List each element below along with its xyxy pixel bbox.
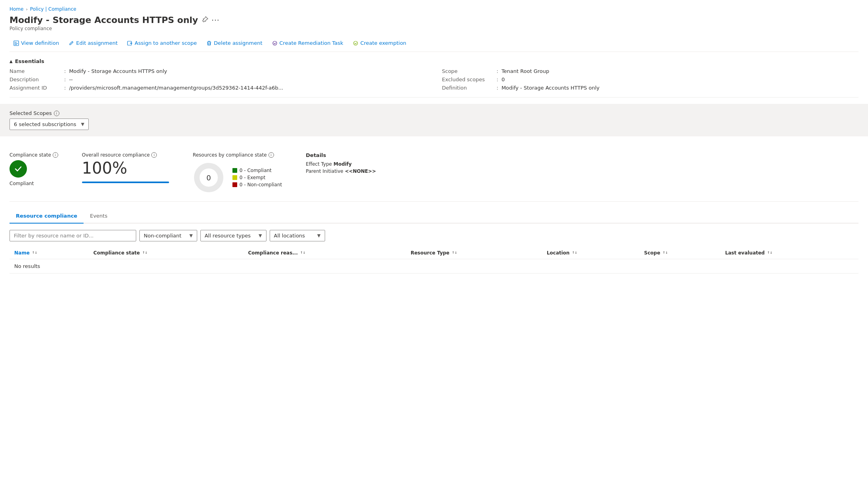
donut-and-legend: 0 0 - Compliant 0 - Exempt 0 - Non-compl… <box>193 162 282 193</box>
resource-compliance-table: Name ↑↓ Compliance state ↑↓ Compliance r… <box>10 247 858 274</box>
parent-initiative-label: Parent Initiative <box>306 168 343 174</box>
location-filter-chevron: ▼ <box>317 233 320 238</box>
compliance-state-label: Compliance state i <box>10 152 58 158</box>
page-title-icons: ··· <box>202 16 219 24</box>
svg-rect-2 <box>15 43 18 44</box>
compliance-filter-chevron: ▼ <box>189 233 192 238</box>
no-results-row: No results <box>10 259 858 274</box>
compliant-text: Compliant <box>10 181 58 186</box>
page-title-row: Modify - Storage Accounts HTTPS only ··· <box>10 15 858 25</box>
legend-non-compliant-dot <box>232 182 237 187</box>
details-title: Details <box>306 152 376 158</box>
breadcrumb-policy[interactable]: Policy | Compliance <box>30 6 76 12</box>
scopes-label: Selected Scopes i <box>10 110 858 116</box>
delete-assignment-button[interactable]: Delete assignment <box>202 38 266 48</box>
essentials-scope: Scope : Tenant Root Group <box>442 68 858 74</box>
breadcrumb-home[interactable]: Home <box>10 6 23 12</box>
assign-to-another-scope-button[interactable]: Assign to another scope <box>123 38 201 48</box>
essentials-grid: Name : Modify - Storage Accounts HTTPS o… <box>10 68 858 98</box>
name-sort-icon[interactable]: ↑↓ <box>32 251 37 254</box>
scopes-info-icon[interactable]: i <box>54 111 59 116</box>
toolbar: View definition Edit assignment Assign t… <box>10 38 858 52</box>
effect-type-label: Effect Type <box>306 161 332 167</box>
overall-compliance-block: Overall resource compliance i 100% <box>82 152 169 183</box>
pin-icon[interactable] <box>202 16 208 24</box>
assign-to-another-scope-label: Assign to another scope <box>135 40 197 46</box>
col-header-last-evaluated[interactable]: Last evaluated ↑↓ <box>720 247 858 259</box>
exemption-icon <box>353 40 358 46</box>
parent-initiative-value: <<NONE>> <box>345 168 376 174</box>
col-header-compliance-reason[interactable]: Compliance reas... ↑↓ <box>244 247 406 259</box>
compliance-state-sort-icon[interactable]: ↑↓ <box>142 251 147 254</box>
remediation-icon <box>272 40 278 46</box>
col-header-resource-type[interactable]: Resource Type ↑↓ <box>406 247 542 259</box>
resource-filter-input[interactable] <box>10 230 136 241</box>
effect-type-row: Effect Type Modify <box>306 161 376 167</box>
legend-exempt-dot <box>232 175 237 180</box>
tab-resource-compliance[interactable]: Resource compliance <box>10 210 84 224</box>
col-header-name[interactable]: Name ↑↓ <box>10 247 89 259</box>
essentials-section: ▲ Essentials Name : Modify - Storage Acc… <box>10 58 858 98</box>
resources-state-info-icon[interactable]: i <box>268 152 274 158</box>
essentials-definition: Definition : Modify - Storage Accounts H… <box>442 85 858 91</box>
scopes-section: Selected Scopes i 6 selected subscriptio… <box>0 104 868 136</box>
overall-compliance-info-icon[interactable]: i <box>151 152 157 158</box>
col-header-location[interactable]: Location ↑↓ <box>542 247 640 259</box>
svg-rect-1 <box>15 42 17 42</box>
no-results-text: No results <box>10 259 858 274</box>
location-sort-icon[interactable]: ↑↓ <box>572 251 577 254</box>
resource-type-filter-dropdown[interactable]: All resource types ▼ <box>200 230 266 241</box>
legend-items: 0 - Compliant 0 - Exempt 0 - Non-complia… <box>232 168 282 187</box>
delete-assignment-label: Delete assignment <box>214 40 262 46</box>
last-evaluated-sort-icon[interactable]: ↑↓ <box>767 251 772 254</box>
scope-dropdown-value: 6 selected subscriptions <box>14 121 76 127</box>
compliance-filter-dropdown[interactable]: Non-compliant ▼ <box>139 230 197 241</box>
view-definition-label: View definition <box>21 40 59 46</box>
effect-type-value: Modify <box>333 161 352 167</box>
legend-exempt-label: 0 - Exempt <box>240 175 265 180</box>
create-exemption-label: Create exemption <box>360 40 406 46</box>
essentials-header[interactable]: ▲ Essentials <box>10 58 858 64</box>
col-header-scope[interactable]: Scope ↑↓ <box>640 247 721 259</box>
essentials-assignment-id: Assignment ID : /providers/microsoft.man… <box>10 85 426 91</box>
more-icon[interactable]: ··· <box>211 16 219 24</box>
essentials-excluded-scopes: Excluded scopes : 0 <box>442 77 858 82</box>
scope-sort-icon[interactable]: ↑↓ <box>662 251 668 254</box>
create-exemption-button[interactable]: Create exemption <box>349 38 410 48</box>
legend-compliant-dot <box>232 168 237 173</box>
create-remediation-task-label: Create Remediation Task <box>280 40 343 46</box>
delete-assignment-icon <box>206 40 212 46</box>
create-remediation-task-button[interactable]: Create Remediation Task <box>268 38 347 48</box>
legend-compliant-label: 0 - Compliant <box>240 168 272 173</box>
legend-non-compliant-label: 0 - Non-compliant <box>240 182 282 187</box>
legend-exempt: 0 - Exempt <box>232 175 282 180</box>
view-definition-button[interactable]: View definition <box>10 38 63 48</box>
svg-point-5 <box>354 41 358 45</box>
legend-compliant: 0 - Compliant <box>232 168 282 173</box>
compliance-reason-sort-icon[interactable]: ↑↓ <box>300 251 305 254</box>
location-filter-dropdown[interactable]: All locations ▼ <box>270 230 325 241</box>
resource-type-sort-icon[interactable]: ↑↓ <box>452 251 457 254</box>
breadcrumb: Home › Policy | Compliance <box>10 6 858 12</box>
resource-type-filter-chevron: ▼ <box>259 233 262 238</box>
parent-initiative-row: Parent Initiative <<NONE>> <box>306 168 376 174</box>
donut-chart: 0 <box>193 162 225 193</box>
tab-events[interactable]: Events <box>84 210 114 224</box>
view-definition-icon <box>13 40 19 46</box>
compliance-state-info-icon[interactable]: i <box>53 152 58 158</box>
legend-non-compliant: 0 - Non-compliant <box>232 182 282 187</box>
location-filter-value: All locations <box>274 233 305 239</box>
resources-state-block: Resources by compliance state i 0 0 - Co… <box>193 152 282 193</box>
breadcrumb-sep-1: › <box>26 7 27 12</box>
scope-dropdown-chevron: ▼ <box>81 122 84 127</box>
essentials-label: Essentials <box>15 58 44 64</box>
metrics-row: Compliance state i Compliant Overall res… <box>10 144 858 202</box>
scope-dropdown[interactable]: 6 selected subscriptions ▼ <box>10 119 89 130</box>
col-header-compliance-state[interactable]: Compliance state ↑↓ <box>89 247 244 259</box>
edit-assignment-button[interactable]: Edit assignment <box>65 38 122 48</box>
donut-center-value: 0 <box>206 174 211 182</box>
svg-rect-3 <box>15 44 17 45</box>
compliance-filter-value: Non-compliant <box>144 233 181 239</box>
compliance-percent: 100% <box>82 160 169 176</box>
compliance-bar <box>82 182 169 183</box>
